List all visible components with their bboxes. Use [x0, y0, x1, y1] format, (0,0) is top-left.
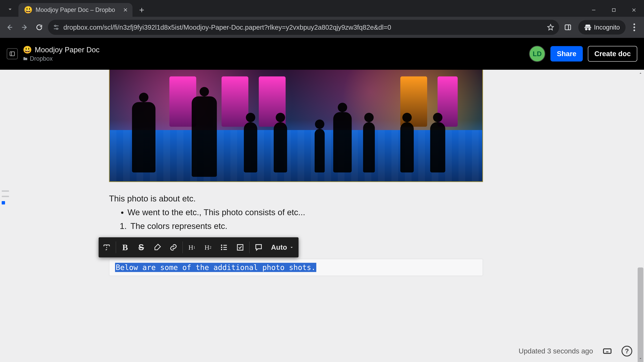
- nav-forward-button[interactable]: [18, 21, 30, 33]
- breadcrumb-label: Dropbox: [30, 55, 53, 62]
- tab-title: Moodjoy Paper Doc – Dropbo: [36, 6, 119, 13]
- address-bar: dropbox.com/scl/fi/n3zfj9fyi392l1d8x5ist…: [0, 17, 644, 38]
- checklist-button[interactable]: [232, 237, 248, 257]
- list-item-number: 1.: [120, 221, 127, 231]
- tab-strip: 😃 Moodjoy Paper Doc – Dropbo: [0, 0, 644, 17]
- paragraph[interactable]: This photo is about etc.: [109, 194, 483, 203]
- chrome-menu-button[interactable]: [628, 21, 640, 33]
- link-button[interactable]: [165, 237, 182, 257]
- list-item-text: The colors represents etc.: [130, 221, 228, 231]
- h1-button[interactable]: H1: [184, 237, 200, 257]
- tune-icon: [53, 24, 60, 31]
- nav-reload-button[interactable]: [33, 21, 45, 33]
- svg-point-2: [56, 28, 58, 29]
- help-button[interactable]: ?: [622, 346, 632, 357]
- incognito-indicator[interactable]: Incognito: [578, 20, 626, 34]
- paper-footer: Updated 3 seconds ago ?: [518, 345, 632, 357]
- new-tab-button[interactable]: [135, 3, 148, 17]
- share-button[interactable]: Share: [550, 46, 583, 61]
- folder-icon: [23, 56, 28, 61]
- document-canvas[interactable]: This photo is about etc. We went to the …: [0, 70, 637, 362]
- language-auto-label: Auto: [271, 243, 287, 251]
- arrow-left-icon: [6, 24, 14, 31]
- nav-back-button[interactable]: [4, 21, 16, 33]
- text-style-button[interactable]: [98, 237, 115, 257]
- vertical-scrollbar[interactable]: [637, 70, 644, 362]
- highlight-icon: [153, 243, 162, 252]
- code-block[interactable]: Below are some of the additional photo s…: [109, 259, 483, 276]
- svg-rect-0: [612, 8, 615, 11]
- svg-rect-3: [565, 25, 570, 30]
- doc-emoji: 😃: [23, 45, 32, 54]
- h2-button[interactable]: H2: [200, 237, 216, 257]
- tab-favicon: 😃: [24, 6, 32, 13]
- paper-header: 😃 Moodjoy Paper Doc Dropbox LD Share Cre…: [0, 38, 644, 70]
- avatar[interactable]: LD: [529, 45, 546, 62]
- strikethrough-button[interactable]: S: [133, 237, 149, 257]
- svg-point-1: [55, 25, 56, 26]
- svg-rect-11: [237, 245, 243, 250]
- scrollbar-thumb[interactable]: [638, 268, 643, 362]
- sidebar-toggle-button[interactable]: [7, 48, 18, 59]
- svg-point-4: [634, 23, 635, 25]
- language-auto-dropdown[interactable]: Auto: [267, 243, 298, 251]
- bold-button[interactable]: B: [117, 237, 133, 257]
- bookmark-button[interactable]: [547, 23, 554, 31]
- plus-icon: [138, 7, 145, 13]
- last-updated-text: Updated 3 seconds ago: [518, 347, 593, 355]
- search-tabs-button[interactable]: [2, 2, 18, 17]
- comment-button[interactable]: [250, 237, 267, 257]
- omnibox[interactable]: dropbox.com/scl/fi/n3zfj9fyi392l1d8x5ist…: [48, 20, 559, 35]
- incognito-icon: [584, 23, 592, 31]
- keyboard-shortcuts-button[interactable]: [602, 345, 613, 357]
- embedded-image[interactable]: [109, 70, 483, 182]
- site-info-button[interactable]: [53, 24, 60, 31]
- svg-rect-7: [10, 52, 14, 56]
- bullet-list-button[interactable]: [216, 237, 232, 257]
- chevron-down-icon: [638, 356, 643, 361]
- create-doc-button[interactable]: Create doc: [588, 46, 637, 62]
- list-item[interactable]: 1. The colors represents etc.: [120, 221, 483, 231]
- chevron-up-icon: [638, 71, 643, 75]
- bullet-icon: [121, 212, 124, 214]
- window-minimize-button[interactable]: [584, 4, 604, 16]
- checkbox-icon: [236, 243, 244, 252]
- bullet-list[interactable]: We went to the etc., This photo consists…: [109, 207, 483, 217]
- list-icon: [220, 243, 228, 252]
- star-icon: [547, 23, 554, 31]
- window-maximize-button[interactable]: [604, 4, 624, 16]
- svg-point-9: [221, 247, 222, 248]
- chevron-down-icon: [289, 245, 294, 250]
- text-style-icon: [102, 243, 111, 252]
- minimize-icon: [591, 7, 596, 12]
- numbered-list[interactable]: 1. The colors represents etc.: [109, 221, 483, 231]
- scroll-down-button[interactable]: [637, 355, 644, 362]
- doc-title[interactable]: Moodjoy Paper Doc: [35, 45, 100, 54]
- sidebar-icon: [9, 51, 15, 57]
- kebab-icon: [633, 23, 635, 31]
- close-icon: [123, 7, 128, 12]
- comment-icon: [254, 243, 263, 252]
- scroll-up-button[interactable]: [637, 70, 644, 77]
- reload-icon: [36, 24, 43, 31]
- list-item-text: We went to the etc., This photo consists…: [128, 207, 305, 217]
- text-format-toolbar: B S H1 H2: [98, 237, 298, 257]
- svg-point-10: [221, 249, 222, 250]
- svg-rect-12: [604, 349, 611, 354]
- svg-point-6: [634, 29, 635, 31]
- highlight-button[interactable]: [149, 237, 165, 257]
- window-close-button[interactable]: [624, 4, 644, 16]
- side-panel-button[interactable]: [562, 21, 574, 33]
- link-icon: [169, 243, 178, 252]
- breadcrumb[interactable]: Dropbox: [23, 55, 100, 62]
- chevron-down-icon: [6, 6, 14, 13]
- selected-text[interactable]: Below are some of the additional photo s…: [115, 263, 316, 272]
- maximize-icon: [611, 7, 616, 12]
- tab-close-button[interactable]: [122, 6, 129, 13]
- browser-tab-active[interactable]: 😃 Moodjoy Paper Doc – Dropbo: [18, 3, 132, 17]
- list-item[interactable]: We went to the etc., This photo consists…: [121, 207, 483, 217]
- close-icon: [632, 7, 636, 12]
- incognito-label: Incognito: [594, 24, 620, 31]
- arrow-right-icon: [21, 24, 28, 31]
- svg-point-5: [634, 26, 635, 28]
